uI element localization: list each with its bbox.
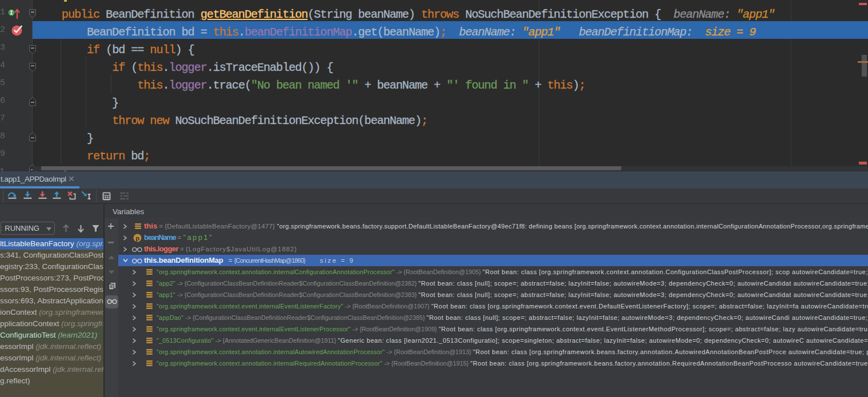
svg-text:p: p — [135, 235, 139, 242]
